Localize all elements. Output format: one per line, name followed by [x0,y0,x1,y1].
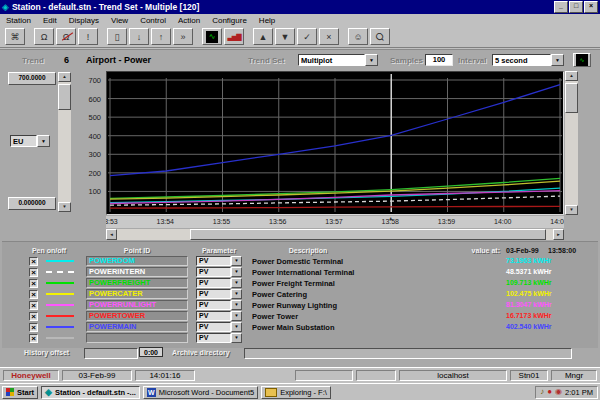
chevron-down-icon[interactable]: ▼ [231,333,242,343]
point-id-field[interactable]: POWERINTERN [86,267,188,277]
zoom-button[interactable]: Ϙ [370,28,390,45]
scroll-left-icon[interactable]: ◄ [106,229,117,240]
pen-description: Power Freight Terminal [252,279,492,288]
chevron-down-icon[interactable]: ▼ [231,289,242,299]
status-operator-level: Mngr [551,370,597,381]
parameter-select[interactable]: PV▼ [196,300,242,310]
y-axis-min-field[interactable]: 0.000000 [8,197,56,210]
page-down-icon: ↓ [137,32,142,42]
menu-displays[interactable]: Displays [63,16,105,25]
alarm-disable-button[interactable]: Ω [56,28,76,45]
menu-control[interactable]: Control [134,16,172,25]
pen-checkbox[interactable]: × [29,268,38,277]
close-button[interactable]: × [584,1,598,13]
reject-button[interactable]: × [319,28,339,45]
volume-icon[interactable]: ♪ [540,388,544,396]
raise-button[interactable]: ▲ [253,28,273,45]
point-id-field[interactable]: POWERFREIGHT [86,278,188,288]
parameter-select[interactable]: PV▼ [196,333,242,343]
alarm-disable-icon: Ω [63,32,70,42]
eu-units-select[interactable]: EU ▼ [10,135,50,147]
scroll-down-icon[interactable]: ▼ [565,205,578,215]
scroll-up-icon[interactable]: ▲ [565,71,578,81]
alarm-button[interactable]: Ω [34,28,54,45]
point-id-field[interactable]: POWERRUNLIGHT [86,300,188,310]
archive-directory-field[interactable] [244,348,572,359]
menu-action[interactable]: Action [172,16,206,25]
interval-select[interactable]: 5 second ▼ [492,54,564,66]
page-blank-button[interactable]: ▯ [107,28,127,45]
operators-button[interactable]: ☺ [348,28,368,45]
point-id-field[interactable] [86,333,188,343]
samples-input[interactable]: 100 [425,54,453,66]
chevron-down-icon[interactable]: ▼ [231,300,242,310]
station-connect-icon[interactable]: ◉ [555,388,562,396]
pen-checkbox[interactable]: × [29,290,38,299]
parameter-select[interactable]: PV▼ [196,289,242,299]
chevron-down-icon[interactable]: ▼ [231,256,242,266]
cursor-position-marker[interactable]: ▲ [388,216,393,221]
system-tree-button[interactable]: ⌘ [5,28,25,45]
restore-button[interactable]: □ [569,1,583,13]
operators-icon: ☺ [353,32,362,42]
y-axis-max-field[interactable]: 700.0000 [8,72,56,85]
point-id-field[interactable]: POWERMAIN [86,322,188,332]
lower-button[interactable]: ▼ [275,28,295,45]
bar-display-button[interactable]: ▃▅▇ [224,28,244,45]
parameter-select[interactable]: PV▼ [196,267,242,277]
alarm-page-button[interactable]: ! [78,28,98,45]
parameter-select[interactable]: PV▼ [196,311,242,321]
scrollbar-thumb[interactable] [190,229,546,240]
chevron-down-icon[interactable]: ▼ [551,54,564,66]
history-offset-field[interactable] [84,348,138,359]
menu-help[interactable]: Help [253,16,281,25]
plot-scrollbar-vertical[interactable]: ▲ ▼ [565,71,578,215]
parameter-select[interactable]: PV▼ [196,322,242,332]
point-id-field[interactable]: POWERDOM [86,256,188,266]
taskbar-task-explorer[interactable]: Exploring - F:\ [261,386,331,399]
plot-scrollbar-horizontal[interactable]: ◄ ► [106,229,564,240]
pen-checkbox[interactable]: × [29,279,38,288]
chevron-down-icon[interactable]: ▼ [231,322,242,332]
start-button[interactable]: Start [2,386,38,399]
x-axis-tick-label: 13:57 [320,218,348,225]
trend-display-button[interactable]: ∿ [202,28,222,45]
page-fast-button[interactable]: » [173,28,193,45]
pen-checkbox[interactable]: × [29,257,38,266]
pen-checkbox[interactable]: × [29,323,38,332]
menu-view[interactable]: View [105,16,134,25]
page-down-button[interactable]: ↓ [129,28,149,45]
scroll-up-icon[interactable]: ▲ [58,72,71,82]
scroll-right-icon[interactable]: ► [553,229,564,240]
taskbar-task-word[interactable]: WMicrosoft Word - Document5 [143,386,258,399]
pen-checkbox[interactable]: × [29,301,38,310]
alarm-annunciator-icon[interactable]: ● [547,388,552,396]
trend-plot[interactable] [106,71,564,215]
scroll-down-icon[interactable]: ▼ [58,202,71,212]
trend-quick-button[interactable]: ∿ [573,53,591,67]
chevron-down-icon[interactable]: ▼ [231,278,242,288]
parameter-select[interactable]: PV▼ [196,278,242,288]
y-axis-scrollbar[interactable]: ▲ ▼ [58,72,71,212]
pen-checkbox[interactable]: × [29,312,38,321]
chevron-down-icon[interactable]: ▼ [231,267,242,277]
chevron-down-icon[interactable]: ▼ [365,54,378,66]
page-up-button[interactable]: ↑ [151,28,171,45]
parameter-select[interactable]: PV▼ [196,256,242,266]
scrollbar-thumb[interactable] [565,83,578,113]
minimize-button[interactable]: _ [554,1,568,13]
menu-station[interactable]: Station [0,16,37,25]
scrollbar-thumb[interactable] [58,84,71,110]
taskbar-task-station[interactable]: ◈Station - default.stn -... [41,386,140,399]
point-id-field[interactable]: POWERTOWER [86,311,188,321]
pen-checkbox[interactable]: × [29,334,38,343]
menu-edit[interactable]: Edit [37,16,63,25]
trend-set-select[interactable]: Multiplot ▼ [298,54,378,66]
point-id-field[interactable]: POWERCATER [86,289,188,299]
trend-plot-svg [107,72,563,214]
chevron-down-icon[interactable]: ▼ [37,135,50,147]
y-axis-tick-label: 200 [88,169,101,178]
accept-button[interactable]: ✓ [297,28,317,45]
menu-configure[interactable]: Configure [206,16,253,25]
chevron-down-icon[interactable]: ▼ [231,311,242,321]
